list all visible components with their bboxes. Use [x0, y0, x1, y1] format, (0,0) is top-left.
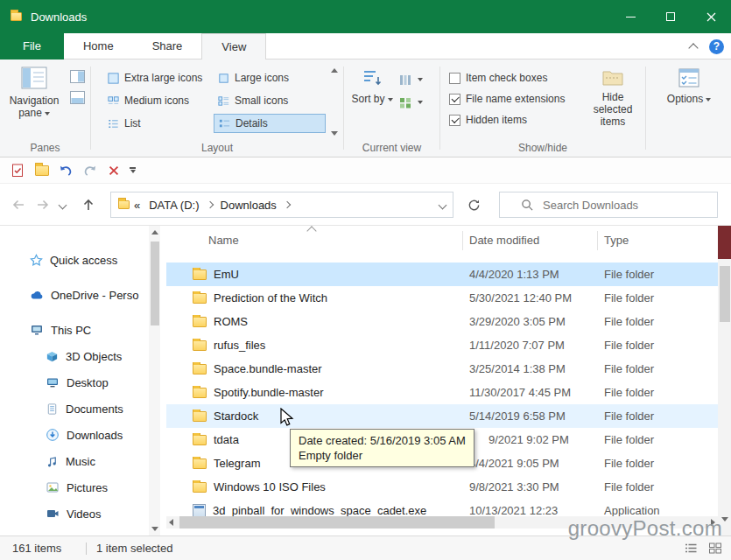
- table-row[interactable]: Prediction of the Witch 5/30/2021 12:40 …: [166, 286, 718, 310]
- file-name: Prediction of the Witch: [214, 291, 327, 304]
- file-name: Spotify.bundle-master: [214, 386, 324, 399]
- column-divider[interactable]: [462, 231, 463, 250]
- recent-locations-button[interactable]: [54, 194, 70, 215]
- file-name: tdata: [214, 433, 239, 446]
- scrollbar-thumb[interactable]: [720, 266, 730, 322]
- collapse-ribbon-icon[interactable]: [688, 43, 698, 52]
- file-explorer-window: Downloads File Home Share View ?: [0, 0, 731, 560]
- sort-by-icon: [361, 66, 383, 89]
- search-input[interactable]: [541, 198, 717, 213]
- chevron-down-icon: [418, 101, 423, 104]
- maximize-button[interactable]: [650, 0, 691, 33]
- layout-small-icons[interactable]: Small icons: [214, 91, 326, 110]
- ribbon-group-options: Options: [646, 60, 731, 157]
- layout-extra-large-icons[interactable]: Extra large icons: [103, 68, 210, 88]
- chevron-right-icon[interactable]: [284, 201, 291, 208]
- delete-icon[interactable]: [107, 164, 121, 178]
- file-date: 1/11/2020 7:07 PM: [462, 339, 597, 352]
- sidebar-item-music[interactable]: Music: [0, 450, 193, 472]
- scroll-left-icon[interactable]: [169, 519, 173, 526]
- sidebar-item-downloads[interactable]: Downloads: [0, 424, 193, 446]
- sidebar-item-documents[interactable]: Documents: [0, 397, 193, 420]
- sidebar-item-label: Desktop: [67, 376, 109, 389]
- redo-icon[interactable]: [82, 163, 98, 178]
- table-row[interactable]: Spotify.bundle-master 11/30/2017 4:45 PM…: [166, 381, 718, 404]
- preview-pane-button[interactable]: [70, 70, 86, 86]
- table-row[interactable]: ROMS 3/29/2020 3:05 PM File folder: [166, 310, 718, 333]
- tab-view[interactable]: View: [201, 33, 266, 61]
- folder-icon: [193, 270, 207, 280]
- up-button[interactable]: [77, 194, 100, 215]
- search-icon: [521, 199, 534, 212]
- details-pane-button[interactable]: [70, 91, 86, 107]
- file-date: 5/14/2019 6:58 PM: [462, 410, 597, 423]
- options-button[interactable]: Options: [662, 65, 716, 105]
- current-view-group-label: Current view: [344, 142, 439, 154]
- thumbnail-view-toggle-icon[interactable]: [708, 542, 722, 555]
- undo-icon[interactable]: [58, 163, 74, 178]
- layout-list[interactable]: List: [103, 114, 210, 133]
- new-folder-icon[interactable]: [35, 165, 49, 176]
- close-button[interactable]: [691, 0, 731, 33]
- sidebar-scrollbar[interactable]: [149, 226, 160, 536]
- sort-by-button[interactable]: Sort by: [351, 65, 393, 105]
- sidebar-item-3d-objects[interactable]: 3D Objects: [0, 345, 193, 368]
- layout-large-icons[interactable]: Large icons: [214, 68, 326, 88]
- table-row[interactable]: Stardock 5/14/2019 6:58 PM File folder: [166, 404, 718, 428]
- file-name-extensions-checkbox[interactable]: File name extensions: [449, 93, 565, 105]
- file-date: 11/30/2017 4:45 PM: [462, 386, 597, 399]
- layout-gallery-scrollbar[interactable]: [328, 68, 340, 136]
- column-divider[interactable]: [597, 231, 598, 250]
- forward-button[interactable]: [32, 194, 54, 215]
- close-icon: [706, 12, 716, 22]
- add-columns-button[interactable]: [398, 93, 435, 112]
- help-icon[interactable]: ?: [709, 39, 724, 54]
- hidden-items-checkbox[interactable]: Hidden items: [449, 114, 527, 126]
- tab-home[interactable]: Home: [64, 33, 133, 60]
- breadcrumb-drive[interactable]: DATA (D:): [149, 199, 199, 212]
- layout-option-label: Large icons: [235, 72, 289, 84]
- show-hide-group-label: Show/hide: [440, 142, 645, 154]
- sidebar-item-videos[interactable]: Videos: [0, 502, 193, 525]
- table-row[interactable]: rufus_files 1/11/2020 7:07 PM File folde…: [166, 333, 718, 357]
- scrollbar-thumb[interactable]: [179, 516, 495, 528]
- sidebar-item-desktop[interactable]: Desktop: [0, 371, 193, 394]
- chevron-right-icon[interactable]: [206, 201, 213, 208]
- desktop-icon: [46, 375, 60, 389]
- breadcrumb-overflow[interactable]: «: [134, 199, 140, 212]
- file-type: File folder: [597, 291, 718, 304]
- minimize-button[interactable]: [610, 0, 650, 33]
- checkbox-label: File name extensions: [466, 93, 565, 105]
- address-bar[interactable]: « DATA (D:) Downloads: [110, 192, 453, 218]
- properties-icon[interactable]: [11, 163, 26, 178]
- layout-details[interactable]: Details: [214, 114, 326, 133]
- tab-file[interactable]: File: [0, 33, 64, 60]
- details-view-toggle-icon[interactable]: [684, 542, 698, 555]
- table-row[interactable]: Space.bundle-master 3/25/2014 1:38 PM Fi…: [166, 357, 718, 381]
- table-row[interactable]: Windows 10 ISO Files 9/8/2021 3:30 PM Fi…: [166, 475, 718, 499]
- column-header-date-modified[interactable]: Date modified: [469, 226, 539, 256]
- table-row[interactable]: EmU 4/4/2020 1:13 PM File folder: [166, 262, 718, 286]
- sidebar-item-label: Pictures: [67, 481, 108, 494]
- column-header-row: Name Date modified Type: [166, 226, 718, 256]
- navigation-pane: Quick access OneDrive - Perso This PC 3D…: [0, 226, 166, 536]
- back-button[interactable]: [7, 194, 30, 215]
- address-dropdown-button[interactable]: [432, 202, 453, 208]
- customize-toolbar-icon[interactable]: [130, 167, 136, 173]
- vertical-scrollbar[interactable]: [718, 226, 731, 536]
- hide-selected-items-icon: [601, 66, 624, 88]
- refresh-button[interactable]: [460, 193, 487, 216]
- hide-selected-items-button[interactable]: Hide selected items: [582, 65, 643, 128]
- item-check-boxes-checkbox[interactable]: Item check boxes: [449, 72, 547, 84]
- tooltip-line2: Empty folder: [299, 448, 466, 463]
- layout-medium-icons[interactable]: Medium icons: [103, 91, 210, 110]
- column-header-name[interactable]: Name: [208, 226, 239, 256]
- breadcrumb-downloads[interactable]: Downloads: [221, 199, 277, 212]
- scrollbar-thumb[interactable]: [151, 242, 159, 326]
- sidebar-item-pictures[interactable]: Pictures: [0, 476, 193, 499]
- group-by-button[interactable]: [398, 70, 435, 89]
- navigation-pane-button[interactable]: Navigation pane: [5, 65, 63, 119]
- document-icon: [46, 402, 59, 416]
- tab-share[interactable]: Share: [133, 33, 202, 60]
- column-header-type[interactable]: Type: [604, 226, 629, 256]
